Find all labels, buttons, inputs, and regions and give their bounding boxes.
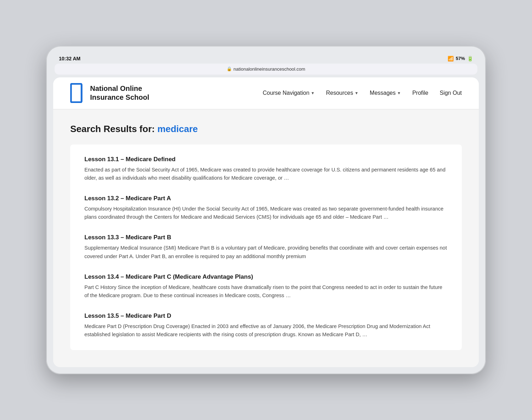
result-excerpt: Compulsory Hospitalization Insurance (HI… — [84, 205, 448, 221]
nav-course-navigation[interactable]: Course Navigation ▼ — [263, 90, 315, 96]
main-content: Search Results for: medicare Lesson 13.1… — [53, 109, 479, 367]
device-frame: 10:32 AM 📶 57% 🔋 🔒 nationalonlineinsuran… — [46, 46, 486, 375]
result-title[interactable]: Lesson 13.2 – Medicare Part A — [84, 195, 448, 202]
result-excerpt: Enacted as part of the Social Security A… — [84, 166, 448, 182]
svg-rect-0 — [71, 84, 82, 102]
logo-icon — [70, 83, 85, 103]
results-container: Lesson 13.1 – Medicare DefinedEnacted as… — [70, 144, 462, 350]
main-nav: Course Navigation ▼ Resources ▼ Messages… — [263, 90, 462, 96]
status-right: 📶 57% 🔋 — [448, 56, 473, 61]
search-result-item: Lesson 13.1 – Medicare DefinedEnacted as… — [84, 156, 448, 182]
search-result-item: Lesson 13.5 – Medicare Part DMedicare Pa… — [84, 312, 448, 339]
nav-messages[interactable]: Messages ▼ — [370, 90, 401, 96]
wifi-icon: 📶 — [448, 56, 454, 61]
chevron-down-icon: ▼ — [311, 91, 315, 95]
battery-percent: 57% — [456, 56, 465, 61]
search-term: medicare — [157, 124, 198, 134]
result-title[interactable]: Lesson 13.1 – Medicare Defined — [84, 156, 448, 163]
url-display: nationalonlineinsuranceschool.com — [233, 66, 305, 72]
result-excerpt: Part C History Since the inception of Me… — [84, 283, 448, 300]
search-result-item: Lesson 13.2 – Medicare Part ACompulsory … — [84, 195, 448, 221]
lock-icon: 🔒 — [227, 66, 232, 71]
site-header: National Online Insurance School Course … — [53, 77, 479, 109]
browser-bar[interactable]: 🔒 nationalonlineinsuranceschool.com — [55, 64, 477, 75]
battery-icon: 🔋 — [467, 56, 473, 61]
nav-sign-out[interactable]: Sign Out — [440, 90, 462, 96]
chevron-down-icon: ▼ — [397, 91, 401, 95]
nav-resources[interactable]: Resources ▼ — [326, 90, 358, 96]
search-result-item: Lesson 13.4 – Medicare Part C (Medicare … — [84, 273, 448, 300]
search-result-item: Lesson 13.3 – Medicare Part BSupplementa… — [84, 234, 448, 260]
screen: National Online Insurance School Course … — [53, 77, 479, 367]
result-title[interactable]: Lesson 13.4 – Medicare Part C (Medicare … — [84, 273, 448, 280]
logo-area: National Online Insurance School — [70, 83, 149, 103]
chevron-down-icon: ▼ — [355, 91, 359, 95]
result-excerpt: Medicare Part D (Prescription Drug Cover… — [84, 322, 448, 339]
search-heading: Search Results for: medicare — [70, 124, 462, 135]
nav-profile[interactable]: Profile — [412, 90, 428, 96]
results-list: Lesson 13.1 – Medicare DefinedEnacted as… — [84, 156, 448, 339]
result-title[interactable]: Lesson 13.3 – Medicare Part B — [84, 234, 448, 241]
status-bar: 10:32 AM 📶 57% 🔋 — [53, 53, 479, 64]
status-time: 10:32 AM — [59, 56, 81, 61]
result-excerpt: Supplementary Medical Insurance (SMI) Me… — [84, 244, 448, 260]
result-title[interactable]: Lesson 13.5 – Medicare Part D — [84, 312, 448, 320]
site-title: National Online Insurance School — [90, 84, 149, 102]
